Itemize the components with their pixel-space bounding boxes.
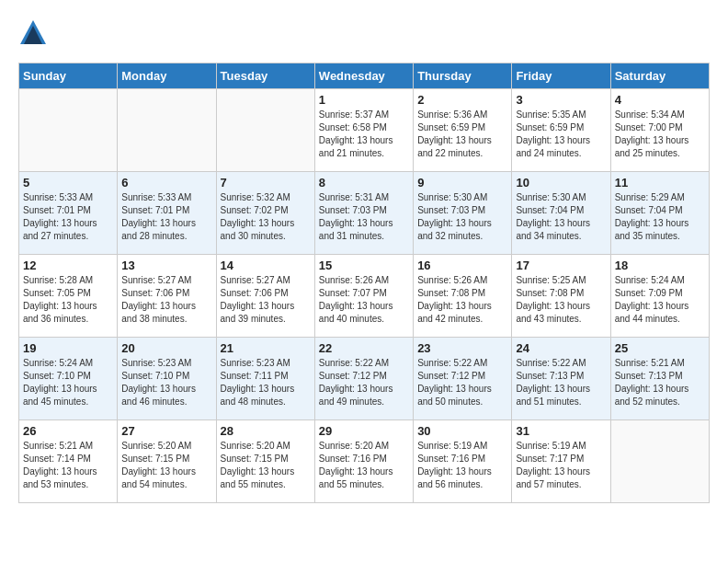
weekday-header-wednesday: Wednesday <box>314 63 413 89</box>
day-number: 13 <box>121 259 211 272</box>
calendar-cell: 21Sunrise: 5:23 AM Sunset: 7:11 PM Dayli… <box>216 338 314 420</box>
day-number: 1 <box>319 93 409 107</box>
day-info: Sunrise: 5:20 AM Sunset: 7:15 PM Dayligh… <box>121 440 211 491</box>
day-number: 4 <box>615 93 705 107</box>
day-number: 23 <box>417 341 507 355</box>
calendar-header: SundayMondayTuesdayWednesdayThursdayFrid… <box>19 63 710 89</box>
calendar-cell: 26Sunrise: 5:21 AM Sunset: 7:14 PM Dayli… <box>19 420 118 503</box>
calendar-week-2: 5Sunrise: 5:33 AM Sunset: 7:01 PM Daylig… <box>19 172 710 255</box>
calendar-cell: 27Sunrise: 5:20 AM Sunset: 7:15 PM Dayli… <box>118 420 216 503</box>
calendar-cell: 29Sunrise: 5:20 AM Sunset: 7:16 PM Dayli… <box>314 420 413 503</box>
calendar-week-1: 1Sunrise: 5:37 AM Sunset: 6:58 PM Daylig… <box>19 89 710 172</box>
day-info: Sunrise: 5:31 AM Sunset: 7:03 PM Dayligh… <box>319 191 409 243</box>
day-info: Sunrise: 5:26 AM Sunset: 7:07 PM Dayligh… <box>319 274 409 326</box>
calendar-cell: 13Sunrise: 5:27 AM Sunset: 7:06 PM Dayli… <box>118 255 216 338</box>
calendar-week-4: 19Sunrise: 5:24 AM Sunset: 7:10 PM Dayli… <box>19 338 710 420</box>
calendar-cell: 19Sunrise: 5:24 AM Sunset: 7:10 PM Dayli… <box>19 338 118 420</box>
calendar-cell: 17Sunrise: 5:25 AM Sunset: 7:08 PM Dayli… <box>512 255 610 338</box>
day-number: 11 <box>615 176 705 190</box>
calendar-cell: 12Sunrise: 5:28 AM Sunset: 7:05 PM Dayli… <box>19 255 118 338</box>
calendar-cell <box>610 420 709 503</box>
calendar-body: 1Sunrise: 5:37 AM Sunset: 6:58 PM Daylig… <box>19 89 710 503</box>
calendar-cell: 2Sunrise: 5:36 AM Sunset: 6:59 PM Daylig… <box>414 89 512 172</box>
day-number: 22 <box>319 341 409 355</box>
day-number: 8 <box>319 176 409 190</box>
day-info: Sunrise: 5:24 AM Sunset: 7:10 PM Dayligh… <box>23 357 113 408</box>
calendar-cell <box>19 89 118 172</box>
day-number: 29 <box>319 424 409 438</box>
day-number: 21 <box>221 341 311 355</box>
day-number: 7 <box>221 176 311 190</box>
day-info: Sunrise: 5:23 AM Sunset: 7:11 PM Dayligh… <box>221 357 311 408</box>
day-info: Sunrise: 5:37 AM Sunset: 6:58 PM Dayligh… <box>319 109 409 160</box>
calendar-cell: 28Sunrise: 5:20 AM Sunset: 7:15 PM Dayli… <box>216 420 314 503</box>
day-info: Sunrise: 5:34 AM Sunset: 7:00 PM Dayligh… <box>615 109 705 160</box>
calendar-cell: 24Sunrise: 5:22 AM Sunset: 7:13 PM Dayli… <box>512 338 610 420</box>
calendar-cell: 5Sunrise: 5:33 AM Sunset: 7:01 PM Daylig… <box>19 172 118 255</box>
calendar-cell: 22Sunrise: 5:22 AM Sunset: 7:12 PM Dayli… <box>314 338 413 420</box>
calendar-cell: 8Sunrise: 5:31 AM Sunset: 7:03 PM Daylig… <box>314 172 413 255</box>
day-number: 2 <box>417 93 507 107</box>
day-info: Sunrise: 5:22 AM Sunset: 7:13 PM Dayligh… <box>516 357 606 408</box>
day-number: 19 <box>23 341 113 355</box>
header <box>18 18 710 48</box>
calendar-cell: 3Sunrise: 5:35 AM Sunset: 6:59 PM Daylig… <box>512 89 610 172</box>
day-info: Sunrise: 5:30 AM Sunset: 7:03 PM Dayligh… <box>417 191 507 243</box>
logo-icon <box>18 18 48 48</box>
day-number: 16 <box>417 259 507 272</box>
calendar-cell: 14Sunrise: 5:27 AM Sunset: 7:06 PM Dayli… <box>216 255 314 338</box>
calendar-cell: 10Sunrise: 5:30 AM Sunset: 7:04 PM Dayli… <box>512 172 610 255</box>
day-info: Sunrise: 5:33 AM Sunset: 7:01 PM Dayligh… <box>121 191 211 243</box>
calendar-cell: 1Sunrise: 5:37 AM Sunset: 6:58 PM Daylig… <box>314 89 413 172</box>
day-number: 6 <box>121 176 211 190</box>
day-info: Sunrise: 5:25 AM Sunset: 7:08 PM Dayligh… <box>516 274 606 326</box>
calendar-cell: 30Sunrise: 5:19 AM Sunset: 7:16 PM Dayli… <box>414 420 512 503</box>
day-number: 10 <box>516 176 606 190</box>
day-info: Sunrise: 5:32 AM Sunset: 7:02 PM Dayligh… <box>221 191 311 243</box>
calendar-cell: 7Sunrise: 5:32 AM Sunset: 7:02 PM Daylig… <box>216 172 314 255</box>
day-number: 28 <box>221 424 311 438</box>
day-info: Sunrise: 5:22 AM Sunset: 7:12 PM Dayligh… <box>417 357 507 408</box>
day-number: 5 <box>23 176 113 190</box>
day-number: 25 <box>615 341 705 355</box>
day-info: Sunrise: 5:36 AM Sunset: 6:59 PM Dayligh… <box>417 109 507 160</box>
day-number: 15 <box>319 259 409 272</box>
calendar-cell: 31Sunrise: 5:19 AM Sunset: 7:17 PM Dayli… <box>512 420 610 503</box>
day-info: Sunrise: 5:21 AM Sunset: 7:14 PM Dayligh… <box>23 440 113 491</box>
day-info: Sunrise: 5:26 AM Sunset: 7:08 PM Dayligh… <box>417 274 507 326</box>
weekday-header-tuesday: Tuesday <box>216 63 314 89</box>
page: SundayMondayTuesdayWednesdayThursdayFrid… <box>0 0 728 512</box>
day-info: Sunrise: 5:19 AM Sunset: 7:16 PM Dayligh… <box>417 440 507 491</box>
weekday-header-saturday: Saturday <box>610 63 709 89</box>
day-info: Sunrise: 5:20 AM Sunset: 7:15 PM Dayligh… <box>221 440 311 491</box>
day-info: Sunrise: 5:24 AM Sunset: 7:09 PM Dayligh… <box>615 274 705 326</box>
day-number: 12 <box>23 259 113 272</box>
day-info: Sunrise: 5:27 AM Sunset: 7:06 PM Dayligh… <box>221 274 311 326</box>
weekday-header-sunday: Sunday <box>19 63 118 89</box>
day-info: Sunrise: 5:23 AM Sunset: 7:10 PM Dayligh… <box>121 357 211 408</box>
calendar-table: SundayMondayTuesdayWednesdayThursdayFrid… <box>18 63 710 503</box>
day-info: Sunrise: 5:22 AM Sunset: 7:12 PM Dayligh… <box>319 357 409 408</box>
calendar-cell <box>118 89 216 172</box>
calendar-cell: 11Sunrise: 5:29 AM Sunset: 7:04 PM Dayli… <box>610 172 709 255</box>
day-number: 17 <box>516 259 606 272</box>
day-info: Sunrise: 5:29 AM Sunset: 7:04 PM Dayligh… <box>615 191 705 243</box>
calendar-week-3: 12Sunrise: 5:28 AM Sunset: 7:05 PM Dayli… <box>19 255 710 338</box>
logo <box>18 18 53 48</box>
calendar-cell <box>216 89 314 172</box>
calendar-cell: 18Sunrise: 5:24 AM Sunset: 7:09 PM Dayli… <box>610 255 709 338</box>
day-number: 31 <box>516 424 606 438</box>
calendar-cell: 25Sunrise: 5:21 AM Sunset: 7:13 PM Dayli… <box>610 338 709 420</box>
day-number: 14 <box>221 259 311 272</box>
calendar-cell: 16Sunrise: 5:26 AM Sunset: 7:08 PM Dayli… <box>414 255 512 338</box>
day-number: 27 <box>121 424 211 438</box>
calendar-cell: 9Sunrise: 5:30 AM Sunset: 7:03 PM Daylig… <box>414 172 512 255</box>
day-info: Sunrise: 5:33 AM Sunset: 7:01 PM Dayligh… <box>23 191 113 243</box>
day-number: 20 <box>121 341 211 355</box>
day-info: Sunrise: 5:30 AM Sunset: 7:04 PM Dayligh… <box>516 191 606 243</box>
day-number: 24 <box>516 341 606 355</box>
weekday-header-row: SundayMondayTuesdayWednesdayThursdayFrid… <box>19 63 710 89</box>
calendar-cell: 23Sunrise: 5:22 AM Sunset: 7:12 PM Dayli… <box>414 338 512 420</box>
day-number: 30 <box>417 424 507 438</box>
calendar-cell: 6Sunrise: 5:33 AM Sunset: 7:01 PM Daylig… <box>118 172 216 255</box>
